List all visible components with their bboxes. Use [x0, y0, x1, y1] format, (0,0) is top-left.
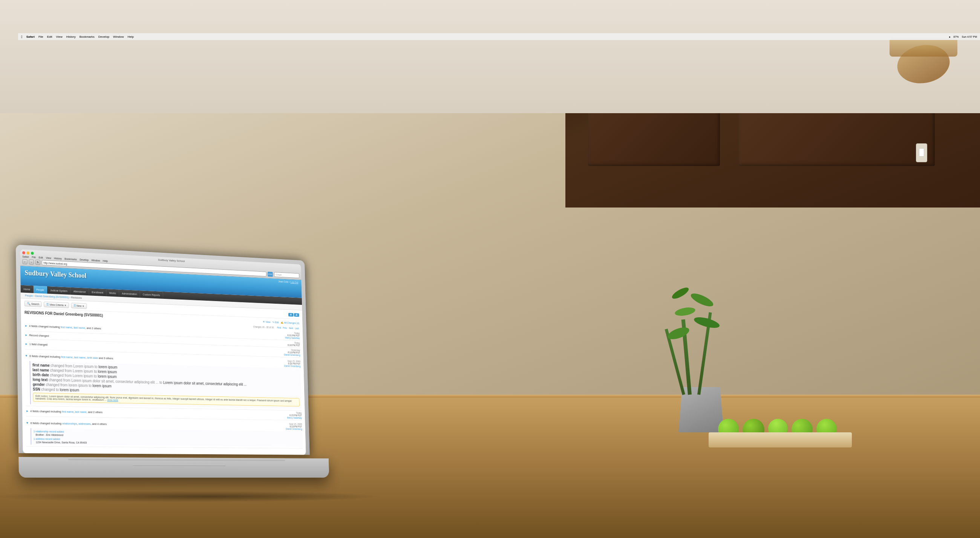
nav-attendance[interactable]: Attendance [70, 287, 89, 296]
edit-menu-item[interactable]: Edit [39, 256, 43, 259]
rev1-user[interactable]: Marcy Sadofsky [285, 337, 300, 340]
maximize-button[interactable] [31, 252, 34, 255]
expand-arrow-1[interactable]: ► [25, 324, 28, 327]
revision-meta-1: Today 6:16 PM PST Marcy Sadofsky [285, 332, 300, 340]
changes-icon: ✍ [280, 321, 283, 324]
revision-text-5: 4 fields changed including first name, l… [30, 409, 286, 417]
page-title: REVISIONS FOR Daniel Greenberg (SVS00001… [24, 310, 103, 318]
edit-control[interactable]: ✎ Edit [272, 321, 278, 324]
expand-arrow-6[interactable]: ► [26, 421, 29, 425]
nav-home[interactable]: Home [21, 285, 33, 293]
close-button[interactable] [22, 251, 25, 254]
help-menu[interactable]: Help [128, 35, 134, 38]
rss-icon: RSS [268, 273, 272, 275]
reload-button[interactable]: ↻ [35, 260, 40, 265]
last-name-link-5[interactable]: last name [75, 410, 87, 413]
battery-indicator: 87% [954, 35, 959, 38]
birth-date-link-4[interactable]: birth date [87, 356, 98, 360]
rss-button[interactable]: RSS [267, 271, 273, 277]
back-button[interactable]: ← [22, 259, 27, 264]
last-page-link[interactable]: Last [295, 327, 299, 330]
wall [0, 0, 980, 113]
file-menu[interactable]: File [38, 35, 43, 38]
breadcrumb-person[interactable]: Daniel Greenberg (SVS00001) [35, 295, 69, 299]
first-name-link-1[interactable]: first name [61, 326, 72, 329]
nav-administration[interactable]: Administration [119, 290, 140, 298]
window-menu-item[interactable]: Window [91, 259, 100, 262]
forward-button[interactable]: → [29, 259, 33, 265]
search-button[interactable]: 🔍 Search [24, 301, 42, 307]
view-menu[interactable]: View [56, 35, 62, 38]
next-page-link[interactable]: Next [289, 327, 293, 329]
rev4-user[interactable]: Daniel Greenberg [284, 364, 301, 367]
apple-menu-icon[interactable]:  [21, 35, 22, 39]
develop-menu[interactable]: Develop [99, 35, 109, 38]
minimize-button[interactable] [26, 251, 29, 254]
safari-menu[interactable]: Safari [26, 35, 35, 38]
expand-arrow-4[interactable]: ► [25, 354, 28, 357]
breadcrumb-people[interactable]: People [25, 294, 33, 297]
revision-meta-5: Today 6:15 PM PST Marcy Sadofsky [287, 412, 302, 419]
pagination-links: First Prev Next Last [276, 326, 300, 330]
expand-arrow-5[interactable]: ► [26, 409, 29, 413]
nav-judicial[interactable]: Judicial System [47, 286, 70, 295]
edit-menu[interactable]: Edit [47, 35, 52, 38]
scene:  Safari File Edit View History Bookmark… [0, 0, 980, 538]
view-control[interactable]: 👁 View [263, 320, 270, 323]
screen-area: Sudbury Valley School Safari File Edit V… [20, 249, 306, 455]
bookmarks-menu[interactable]: Bookmarks [80, 35, 95, 38]
help-menu-item[interactable]: Help [103, 260, 108, 262]
new-icon: ☰ [73, 304, 76, 308]
window-menu[interactable]: Window [113, 35, 124, 38]
expand-arrow-3[interactable]: ► [25, 342, 28, 346]
history-menu[interactable]: History [66, 35, 76, 38]
pagination-controls: Changes 16 - 30 of 33 First Prev Next La… [253, 326, 299, 330]
expand-arrow-2[interactable]: ► [25, 333, 28, 337]
rev5-user[interactable]: Marcy Sadofsky [287, 417, 302, 419]
new-button[interactable]: ☰ New ▼ [71, 303, 87, 309]
search-label: Search [31, 303, 39, 306]
bread-basket [889, 38, 958, 57]
plant-leaf-3 [674, 306, 696, 317]
light-switch [916, 144, 927, 162]
develop-menu-item[interactable]: Develop [80, 259, 89, 262]
rev6-user[interactable]: Daniel Greenberg [286, 428, 302, 431]
view-controls: 👁 View ✎ Edit ✍ All Cha [263, 320, 299, 324]
relationships-link[interactable]: relationships [62, 422, 77, 425]
breadcrumb-current: Revisions [71, 296, 82, 299]
last-name-link-4[interactable]: last name [74, 356, 86, 359]
last-name-link-1[interactable]: last name [73, 326, 85, 330]
edit-notes-text: Lorem ipsum dolor sit amet, consectetur … [35, 395, 292, 402]
first-page-link[interactable]: First [277, 326, 281, 329]
revision-details-6: 1 relationship record added Brother - Er… [30, 428, 303, 447]
view-criteria-button[interactable]: ☰ View Criteria ▼ [44, 302, 69, 308]
user-name: Jean Cote [278, 280, 288, 283]
nav-people[interactable]: People [33, 286, 48, 294]
laptop: Sudbury Valley School Safari File Edit V… [16, 244, 329, 477]
revision-meta-2: Today 6:16 PM PST [288, 342, 300, 347]
first-name-link-4[interactable]: first name [61, 355, 73, 359]
clock: Sun 4:57 PM [962, 35, 977, 38]
basket-tray [709, 433, 852, 447]
first-name-link-5[interactable]: first name [62, 410, 73, 413]
menubar-right: ● 87% Sun 4:57 PM [949, 35, 977, 38]
rev3-user[interactable]: Daniel Greenberg [284, 353, 300, 356]
nav-works[interactable]: Works [106, 289, 119, 297]
bookmarks-menu-item[interactable]: Bookmarks [64, 258, 77, 261]
history-menu-item[interactable]: History [54, 257, 62, 260]
prev-page-link[interactable]: Prev [283, 327, 287, 329]
nav-enrollment[interactable]: Enrollment [89, 288, 107, 296]
all-changes-control[interactable]: ✍ All Changes (4) [280, 321, 299, 324]
plant-leaf-4 [689, 291, 714, 309]
addresses-link[interactable]: addresses [78, 422, 91, 426]
file-menu-item[interactable]: File [32, 256, 36, 259]
export-button-1[interactable]: 🖶 [288, 313, 294, 316]
browser-search-input[interactable]: Google [274, 272, 299, 278]
new-label: New [76, 305, 81, 307]
show-more-link[interactable]: show more [107, 399, 118, 401]
logout-link[interactable]: Log Out [290, 281, 298, 283]
view-menu-item[interactable]: View [46, 257, 51, 260]
export-button-2[interactable]: 🖶 [294, 313, 299, 317]
nav-custom-reports[interactable]: Custom Reports [140, 291, 163, 299]
macos-menubar:  Safari File Edit View History Bookmark… [18, 33, 980, 40]
